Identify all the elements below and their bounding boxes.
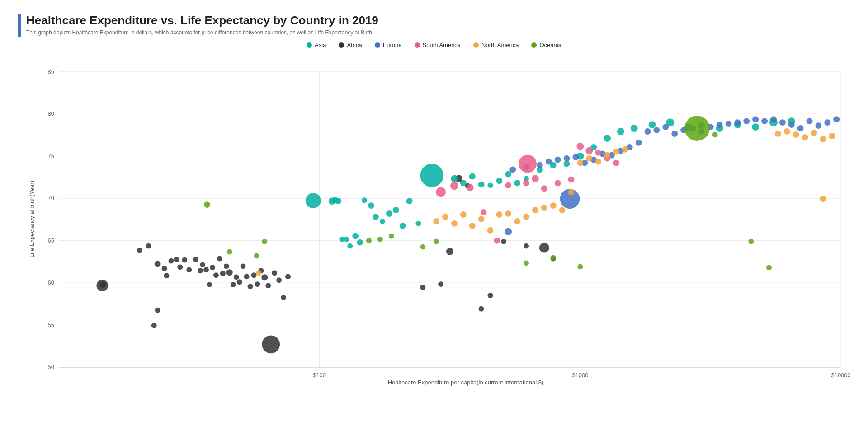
svg-point-188 xyxy=(541,205,547,211)
svg-point-45 xyxy=(231,282,236,287)
svg-point-86 xyxy=(373,214,379,220)
svg-point-134 xyxy=(645,128,651,135)
svg-point-187 xyxy=(532,207,538,213)
svg-point-161 xyxy=(481,209,487,215)
svg-point-186 xyxy=(523,214,529,220)
svg-point-55 xyxy=(265,283,271,288)
svg-point-159 xyxy=(450,182,458,190)
svg-point-101 xyxy=(514,180,520,186)
chart-subtitle: This graph depicts Healthcare Expenditur… xyxy=(26,29,378,36)
svg-point-219 xyxy=(766,265,772,270)
svg-point-75 xyxy=(306,193,321,208)
svg-point-142 xyxy=(717,122,723,128)
legend-label-europe: Europe xyxy=(383,42,402,48)
svg-point-195 xyxy=(604,152,610,159)
legend-dot-africa xyxy=(339,42,344,48)
svg-point-193 xyxy=(586,155,592,162)
svg-point-191 xyxy=(568,189,575,195)
legend-item-africa: Africa xyxy=(339,42,362,48)
svg-point-204 xyxy=(820,136,826,142)
svg-point-189 xyxy=(550,202,557,209)
svg-point-162 xyxy=(494,238,500,244)
svg-point-203 xyxy=(811,130,817,136)
svg-point-155 xyxy=(833,116,840,122)
svg-point-182 xyxy=(487,227,494,234)
svg-point-61 xyxy=(262,335,280,353)
chart-legend: Asia Africa Europe South America North A… xyxy=(18,42,850,48)
svg-point-184 xyxy=(505,210,511,217)
svg-point-94 xyxy=(451,175,458,182)
svg-text:$10000: $10000 xyxy=(831,372,851,379)
svg-point-152 xyxy=(807,118,813,124)
legend-item-asia: Asia xyxy=(307,42,326,48)
svg-point-173 xyxy=(613,160,619,166)
svg-point-90 xyxy=(400,223,406,229)
legend-item-europe: Europe xyxy=(375,42,402,48)
svg-point-46 xyxy=(234,274,239,280)
svg-point-178 xyxy=(451,220,458,227)
x-axis-label: Healthcare Expenditure per capita(in cur… xyxy=(81,379,850,386)
svg-point-85 xyxy=(368,202,374,209)
svg-point-153 xyxy=(815,122,821,129)
svg-point-35 xyxy=(198,268,203,273)
svg-point-78 xyxy=(335,198,341,204)
svg-point-218 xyxy=(748,239,754,244)
svg-point-209 xyxy=(262,239,267,244)
svg-point-135 xyxy=(653,127,660,133)
svg-point-109 xyxy=(617,128,624,135)
legend-dot-oceania xyxy=(531,42,537,48)
svg-point-143 xyxy=(726,121,732,127)
svg-point-52 xyxy=(255,281,260,287)
svg-point-199 xyxy=(775,131,781,137)
svg-point-70 xyxy=(488,293,493,298)
legend-label-north-america: North America xyxy=(481,42,519,48)
svg-point-217 xyxy=(577,264,583,269)
svg-point-66 xyxy=(446,248,453,255)
svg-point-31 xyxy=(177,264,183,270)
svg-point-194 xyxy=(595,159,601,165)
legend-dot-asia xyxy=(307,42,312,48)
svg-point-211 xyxy=(377,237,383,242)
svg-point-154 xyxy=(824,119,830,126)
legend-label-africa: Africa xyxy=(347,42,362,48)
svg-point-84 xyxy=(362,197,367,203)
svg-point-212 xyxy=(389,234,394,239)
svg-point-100 xyxy=(505,171,511,178)
svg-point-190 xyxy=(559,207,566,213)
svg-point-122 xyxy=(537,162,543,168)
svg-point-88 xyxy=(386,210,392,217)
svg-point-56 xyxy=(272,270,277,276)
svg-point-214 xyxy=(434,239,439,244)
svg-point-197 xyxy=(622,146,628,153)
svg-point-213 xyxy=(420,244,425,250)
svg-point-96 xyxy=(469,173,476,180)
svg-point-37 xyxy=(203,267,209,272)
svg-point-39 xyxy=(210,265,215,270)
accent-bar xyxy=(18,14,21,37)
svg-text:$1000: $1000 xyxy=(572,372,588,379)
svg-point-43 xyxy=(224,263,229,269)
svg-point-111 xyxy=(649,121,656,128)
svg-point-198 xyxy=(820,196,826,202)
legend-dot-europe xyxy=(375,42,380,48)
svg-point-57 xyxy=(276,277,282,283)
svg-point-32 xyxy=(182,257,187,262)
svg-point-54 xyxy=(261,274,268,280)
svg-point-24 xyxy=(137,248,142,253)
legend-label-oceania: Oceania xyxy=(539,42,561,48)
svg-point-216 xyxy=(551,255,556,260)
svg-point-151 xyxy=(797,125,804,131)
svg-point-176 xyxy=(433,218,439,224)
svg-point-126 xyxy=(572,154,579,160)
svg-point-36 xyxy=(200,262,205,267)
svg-point-220 xyxy=(684,116,710,141)
svg-point-201 xyxy=(793,131,799,138)
svg-point-28 xyxy=(164,273,170,278)
svg-point-200 xyxy=(784,128,790,135)
svg-point-50 xyxy=(248,284,253,289)
svg-point-105 xyxy=(564,161,570,167)
svg-point-51 xyxy=(251,272,256,278)
svg-point-41 xyxy=(217,256,222,261)
svg-point-177 xyxy=(442,214,448,220)
svg-point-146 xyxy=(752,116,759,122)
